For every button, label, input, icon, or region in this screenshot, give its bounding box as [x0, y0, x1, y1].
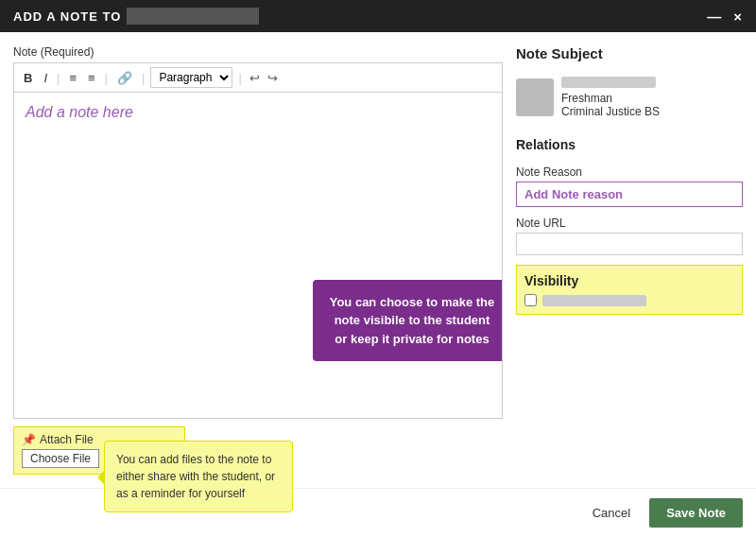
paperclip-icon: 📌	[22, 433, 36, 446]
right-column: Note Subject Freshman Criminal Justice B…	[516, 45, 743, 419]
title-prefix: ADD A NOTE TO	[13, 9, 121, 24]
undo-button[interactable]: ↩	[248, 69, 262, 87]
choose-file-button[interactable]: Choose File	[22, 449, 99, 468]
link-button[interactable]: 🔗	[113, 69, 136, 87]
paragraph-select[interactable]: Paragraph	[150, 67, 232, 88]
cancel-button[interactable]: Cancel	[583, 500, 640, 526]
toolbar-divider-3: |	[142, 71, 145, 85]
editor-toolbar: B I | ≡ ≡ | 🔗 | Paragraph | ↩ ↪	[13, 62, 503, 92]
save-note-button[interactable]: Save Note	[649, 498, 743, 528]
note-reason-label: Note Reason	[516, 165, 743, 179]
note-reason-field: Note Reason Add Note reason	[516, 165, 743, 207]
visibility-section: Visibility	[516, 265, 743, 315]
editor-area[interactable]: Add a note here You can choose to make t…	[13, 92, 503, 419]
toolbar-divider-2: |	[105, 71, 108, 85]
student-name-redacted	[127, 8, 259, 25]
toolbar-divider-1: |	[57, 71, 60, 85]
visibility-callout: You can choose to make the note visibile…	[313, 280, 503, 362]
left-column: Note (Required) B I | ≡ ≡ | 🔗 | Paragrap…	[13, 45, 503, 419]
bottom-area: 📌 Attach File Choose File No file chosen…	[0, 419, 756, 484]
modal-body: Note (Required) B I | ≡ ≡ | 🔗 | Paragrap…	[0, 32, 756, 419]
modal-title: ADD A NOTE TO	[13, 8, 259, 25]
close-button[interactable]: ×	[733, 9, 743, 25]
modal-header: ADD A NOTE TO — ×	[0, 0, 756, 32]
subject-info: Freshman Criminal Justice BS	[561, 77, 660, 118]
note-url-label: Note URL	[516, 217, 743, 230]
add-note-reason-button[interactable]: Add Note reason	[516, 182, 743, 207]
subject-name-redacted	[561, 77, 656, 88]
relations-title: Relations	[516, 137, 743, 152]
redo-button[interactable]: ↪	[266, 69, 280, 87]
note-url-field: Note URL	[516, 217, 743, 255]
unordered-list-button[interactable]: ≡	[65, 69, 80, 87]
avatar	[516, 78, 554, 116]
bold-button[interactable]: B	[20, 69, 36, 87]
subject-profile: Freshman Criminal Justice BS	[516, 77, 743, 118]
subject-grade: Freshman	[561, 92, 660, 105]
modal-controls: — ×	[707, 9, 743, 25]
file-callout: You can add files to the note to either …	[104, 441, 293, 512]
visibility-checkbox[interactable]	[524, 294, 537, 306]
modal-container: ADD A NOTE TO — × Note (Required) B I | …	[0, 0, 756, 537]
toolbar-divider-4: |	[238, 71, 241, 85]
subject-major: Criminal Justice BS	[561, 105, 660, 118]
italic-button[interactable]: I	[40, 69, 51, 87]
visibility-title: Visibility	[524, 273, 734, 288]
ordered-list-button[interactable]: ≡	[84, 69, 99, 87]
editor-placeholder: Add a note here	[26, 104, 490, 121]
note-required-label: Note (Required)	[13, 45, 503, 59]
minimize-button[interactable]: —	[707, 9, 722, 25]
visibility-check-row	[524, 294, 734, 306]
visibility-check-label	[542, 295, 646, 306]
note-subject-title: Note Subject	[516, 45, 743, 61]
note-url-input[interactable]	[516, 233, 743, 255]
